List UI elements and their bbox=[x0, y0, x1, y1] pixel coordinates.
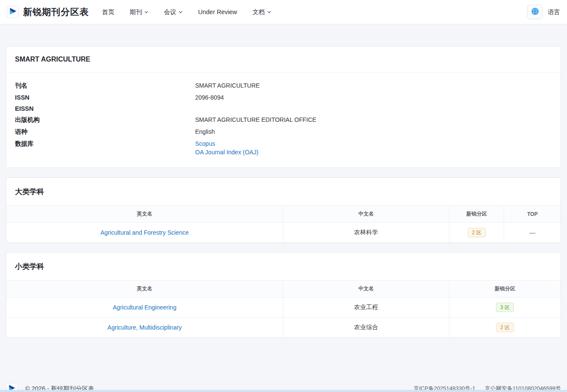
partition-badge: 2 区 bbox=[468, 228, 486, 237]
field-row-eissn: EISSN bbox=[15, 103, 552, 114]
chevron-down-icon bbox=[267, 10, 271, 14]
field-label: 出版机构 bbox=[15, 114, 195, 126]
nav-item-docs[interactable]: 文档 bbox=[252, 8, 271, 16]
column-header-en: 英文名 bbox=[6, 206, 283, 223]
field-row-language: 语种 English bbox=[15, 126, 552, 138]
column-header-zh: 中文名 bbox=[283, 280, 449, 298]
minor-categories-table: 英文名 中文名 新锐分区 Agricultural Engineering 农业… bbox=[6, 280, 561, 337]
main-nav: 首页 期刊 会议 Under Review 文档 bbox=[102, 8, 287, 16]
journal-info-card: SMART AGRICULTURE 刊名 SMART AGRICULTURE I… bbox=[6, 46, 561, 168]
field-label: EISSN bbox=[15, 103, 195, 114]
major-categories-title: 大类学科 bbox=[6, 178, 561, 205]
database-link-oaj[interactable]: OA Journal Index (OAJ) bbox=[195, 148, 258, 156]
category-zh: 农业工程 bbox=[283, 298, 449, 318]
field-row-databases: 数据库 Scopus OA Journal Index (OAJ) bbox=[15, 138, 552, 156]
field-label: ISSN bbox=[15, 91, 195, 103]
major-categories-card: 大类学科 英文名 中文名 新锐分区 TOP Agricultural and F… bbox=[6, 177, 561, 243]
category-link[interactable]: Agricultural and Forestry Science bbox=[101, 229, 189, 236]
partition-badge: 3 区 bbox=[496, 303, 514, 312]
table-row: Agriculture, Multidisciplinary 农业综合 2 区 bbox=[6, 318, 561, 338]
column-header-partition: 新锐分区 bbox=[449, 206, 504, 223]
nav-item-home[interactable]: 首页 bbox=[102, 8, 114, 16]
site-title[interactable]: 新锐期刊分区表 bbox=[23, 6, 89, 18]
language-label: 语言 bbox=[548, 8, 560, 16]
nav-item-journals[interactable]: 期刊 bbox=[130, 8, 148, 16]
field-row-issn: ISSN 2096-8094 bbox=[15, 91, 552, 103]
brand-logo-icon bbox=[9, 7, 17, 17]
database-links: Scopus OA Journal Index (OAJ) bbox=[195, 138, 258, 156]
nav-item-conferences[interactable]: 会议 bbox=[164, 8, 183, 16]
site-logo[interactable] bbox=[7, 6, 19, 18]
field-row-publisher: 出版机构 SMART AGRICULTURE EDITORIAL OFFICE bbox=[15, 114, 552, 126]
category-link[interactable]: Agricultural Engineering bbox=[113, 304, 177, 311]
field-value: SMART AGRICULTURE EDITORIAL OFFICE bbox=[195, 114, 316, 126]
table-header-row: 英文名 中文名 新锐分区 TOP bbox=[6, 206, 561, 223]
major-categories-table: 英文名 中文名 新锐分区 TOP Agricultural and Forest… bbox=[6, 205, 561, 242]
category-link[interactable]: Agriculture, Multidisciplinary bbox=[107, 324, 182, 331]
nav-item-under-review[interactable]: Under Review bbox=[198, 9, 237, 15]
main-content: SMART AGRICULTURE 刊名 SMART AGRICULTURE I… bbox=[0, 46, 567, 338]
database-link-scopus[interactable]: Scopus bbox=[195, 139, 258, 148]
language-switcher[interactable]: 语言 bbox=[527, 5, 560, 19]
field-label: 刊名 bbox=[15, 80, 195, 91]
top-navigation-bar: 新锐期刊分区表 首页 期刊 会议 Under Review 文档 bbox=[0, 0, 567, 24]
column-header-en: 英文名 bbox=[6, 280, 283, 298]
top-value: — bbox=[529, 229, 535, 236]
field-value: SMART AGRICULTURE bbox=[195, 80, 260, 91]
field-value: English bbox=[195, 126, 215, 138]
minor-categories-card: 小类学科 英文名 中文名 新锐分区 Agricultural Engineeri… bbox=[6, 252, 561, 338]
partition-badge: 2 区 bbox=[496, 323, 514, 332]
field-row-name: 刊名 SMART AGRICULTURE bbox=[15, 80, 552, 91]
field-label: 数据库 bbox=[15, 138, 195, 150]
table-row: Agricultural Engineering 农业工程 3 区 bbox=[6, 298, 561, 318]
chevron-down-icon bbox=[144, 10, 148, 14]
field-label: 语种 bbox=[15, 126, 195, 138]
field-value: 2096-8094 bbox=[195, 91, 224, 103]
journal-fields: 刊名 SMART AGRICULTURE ISSN 2096-8094 EISS… bbox=[6, 73, 561, 168]
chevron-down-icon bbox=[178, 10, 183, 14]
column-header-top: TOP bbox=[504, 206, 561, 223]
bottom-edge-strip bbox=[0, 390, 567, 392]
language-button[interactable] bbox=[527, 5, 543, 19]
table-header-row: 英文名 中文名 新锐分区 bbox=[6, 280, 561, 298]
column-header-zh: 中文名 bbox=[283, 206, 449, 223]
category-zh: 农林科学 bbox=[283, 223, 449, 243]
category-zh: 农业综合 bbox=[283, 318, 449, 338]
column-header-partition: 新锐分区 bbox=[449, 280, 561, 298]
minor-categories-title: 小类学科 bbox=[6, 253, 561, 280]
journal-card-title: SMART AGRICULTURE bbox=[6, 47, 561, 73]
globe-icon bbox=[531, 7, 539, 17]
table-row: Agricultural and Forestry Science 农林科学 2… bbox=[6, 223, 561, 243]
